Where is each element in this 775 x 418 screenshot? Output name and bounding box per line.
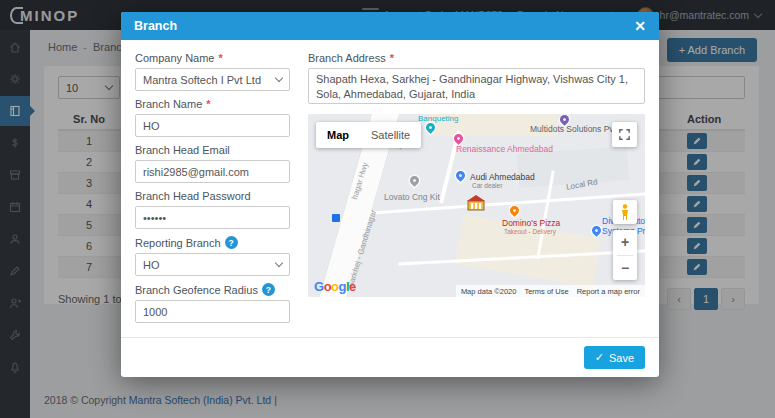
chevron-down-icon — [275, 259, 283, 267]
zoom-out-button[interactable]: − — [613, 256, 637, 281]
company-name-select[interactable]: Mantra Softech I Pvt Ltd — [135, 68, 290, 91]
poi-label-renaissance: Renaissance Ahmedabad — [456, 144, 553, 154]
fullscreen-button[interactable] — [612, 122, 637, 147]
google-logo[interactable]: Google — [314, 279, 356, 294]
branch-head-password-label: Branch Head Password — [135, 190, 251, 202]
map-attribution: Map data ©2020 Terms of Use Report a map… — [456, 285, 645, 297]
map-pin[interactable] — [454, 169, 467, 182]
geofence-radius-label: Branch Geofence Radius — [135, 284, 258, 296]
google-map[interactable]: Sakh hagar Hwy Sarkhej - Gandhinagar Loc… — [308, 114, 645, 297]
company-name-value: Mantra Softech I Pvt Ltd — [143, 74, 261, 86]
branch-address-label: Branch Address — [308, 52, 386, 64]
map-type-control: Map Satellite — [316, 122, 421, 148]
save-label: Save — [609, 352, 634, 364]
map-pin[interactable] — [590, 224, 603, 237]
branch-head-email-field[interactable] — [135, 160, 290, 183]
terms-link[interactable]: Terms of Use — [524, 287, 568, 296]
map-type-satellite-button[interactable]: Satellite — [360, 122, 421, 148]
branch-name-field[interactable] — [135, 114, 290, 137]
poi-label-multidots: Multidots Solutions Pvt — [530, 124, 616, 134]
chevron-down-icon — [275, 74, 283, 82]
help-icon[interactable]: ? — [225, 236, 238, 249]
poi-label-audi: Audi Ahmedabad — [470, 172, 535, 182]
reporting-branch-label: Reporting Branch — [135, 237, 221, 249]
map-pin[interactable] — [508, 204, 521, 217]
required-marker: * — [206, 98, 210, 110]
branch-address-field[interactable]: Shapath Hexa, Sarkhej - Gandhinagar High… — [308, 68, 645, 104]
transit-icon — [332, 214, 340, 222]
save-button[interactable]: ✓ Save — [584, 346, 645, 369]
branch-modal: Branch ✕ Company Name* Mantra Softech I … — [121, 12, 659, 377]
poi-sub-dominos: Takeout - Delivery — [504, 228, 556, 235]
close-icon[interactable]: ✕ — [634, 19, 646, 33]
poi-label-lovato: Lovato Cng Kit — [384, 192, 440, 202]
map-data-text: Map data ©2020 — [461, 287, 517, 296]
company-name-label: Company Name — [135, 52, 214, 64]
zoom-in-button[interactable]: + — [613, 230, 637, 255]
map-pin[interactable] — [408, 174, 421, 187]
branch-name-label: Branch Name — [135, 98, 202, 110]
geofence-radius-field[interactable] — [135, 300, 290, 323]
required-marker: * — [218, 52, 222, 64]
fullscreen-icon — [618, 128, 631, 141]
reporting-branch-value: HO — [143, 259, 160, 271]
report-error-link[interactable]: Report a map error — [577, 287, 640, 296]
modal-title: Branch — [134, 19, 177, 33]
help-icon[interactable]: ? — [262, 283, 275, 296]
check-icon: ✓ — [595, 351, 604, 364]
zoom-control: + − — [613, 230, 637, 280]
map-type-map-button[interactable]: Map — [316, 122, 360, 148]
poi-label-banqueting: Banqueting — [418, 114, 458, 123]
pegman-icon — [620, 204, 630, 221]
poi-sub-audi: Car dealer — [472, 182, 502, 189]
required-marker: * — [390, 52, 394, 64]
branch-head-email-label: Branch Head Email — [135, 144, 230, 156]
branch-location-marker[interactable] — [466, 194, 486, 211]
reporting-branch-select[interactable]: HO — [135, 253, 290, 276]
pegman-button[interactable] — [613, 200, 637, 224]
branch-head-password-field[interactable] — [135, 206, 290, 229]
poi-label-dominos: Domino's Pizza — [502, 218, 560, 228]
